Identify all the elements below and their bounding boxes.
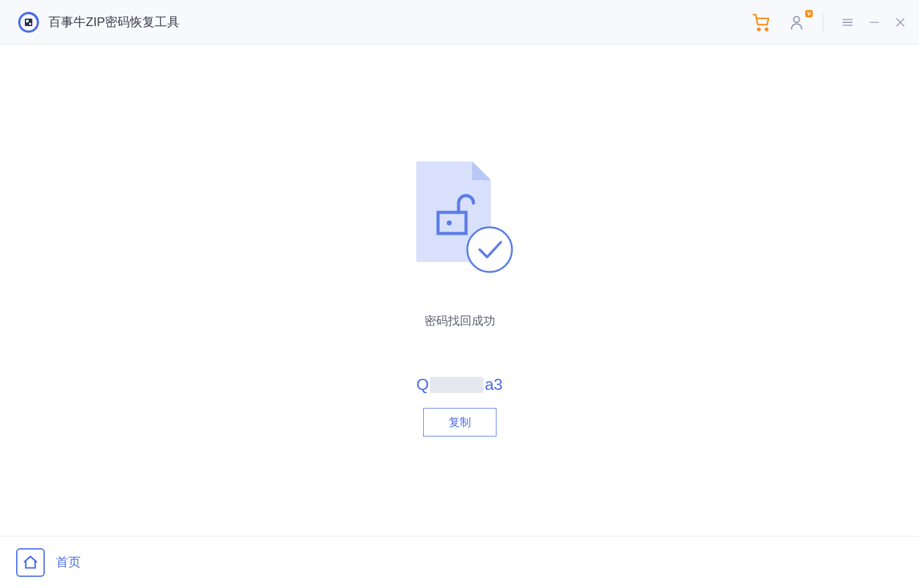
copy-button[interactable]: 复制 [423, 408, 496, 436]
menu-icon[interactable] [841, 16, 854, 29]
recovered-password: Q a3 [416, 375, 503, 394]
minimize-icon[interactable] [868, 16, 880, 29]
svg-point-15 [467, 227, 512, 272]
footer: 首页 [0, 536, 919, 588]
svg-point-6 [793, 16, 799, 22]
svg-rect-2 [26, 20, 29, 22]
home-icon [22, 554, 39, 571]
vip-badge-tag: V [805, 10, 813, 17]
home-button[interactable] [16, 548, 45, 577]
window-controls [841, 16, 907, 29]
svg-rect-3 [29, 23, 31, 25]
svg-point-14 [447, 220, 452, 225]
cart-icon[interactable] [752, 13, 770, 32]
password-prefix: Q [416, 375, 429, 394]
titlebar-right: V [752, 13, 907, 32]
password-suffix: a3 [485, 375, 503, 394]
app-title: 百事牛ZIP密码恢复工具 [48, 14, 180, 30]
password-mask [430, 377, 483, 393]
user-vip-icon[interactable]: V [788, 14, 805, 31]
success-file-unlock-icon [404, 156, 516, 277]
main-content: 密码找回成功 Q a3 复制 [0, 45, 919, 536]
titlebar-left: 百事牛ZIP密码恢复工具 [17, 11, 180, 34]
home-label[interactable]: 首页 [56, 554, 81, 571]
close-icon[interactable] [894, 16, 907, 29]
svg-point-5 [766, 28, 768, 30]
svg-point-4 [757, 28, 760, 30]
titlebar-divider [823, 14, 823, 31]
titlebar: 百事牛ZIP密码恢复工具 V [0, 0, 919, 45]
app-logo-icon [17, 11, 40, 34]
success-message: 密码找回成功 [424, 313, 495, 329]
